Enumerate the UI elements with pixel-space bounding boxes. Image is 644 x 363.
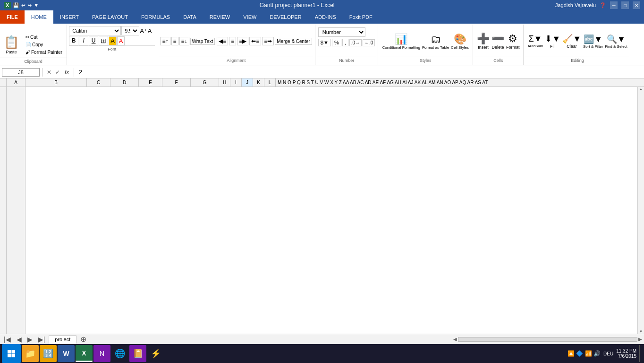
tab-file[interactable]: FILE bbox=[0, 10, 25, 24]
border-btn[interactable]: ⊞ bbox=[99, 36, 108, 45]
decrease-font-btn[interactable]: A⁻ bbox=[148, 27, 155, 35]
onenote2-btn[interactable]: 📔 bbox=[129, 345, 146, 362]
font-color-btn[interactable]: A bbox=[117, 36, 125, 45]
formula-input[interactable] bbox=[77, 68, 642, 77]
cut-button[interactable]: ✂Cut bbox=[24, 34, 64, 40]
increase-font-btn[interactable]: A⁺ bbox=[140, 27, 147, 35]
wrap-text-btn[interactable]: Wrap Text bbox=[190, 38, 215, 45]
col-header-D[interactable]: D bbox=[110, 78, 139, 86]
clear-btn[interactable]: 🧹▼ Clear bbox=[562, 34, 581, 49]
col-headers-rest: M N O P Q R S T U V W X Y Z AA AB AC AD … bbox=[276, 78, 644, 86]
cell-styles-btn[interactable]: 🎨 Cell Styles bbox=[451, 33, 469, 50]
quick-access-more[interactable]: ▼ bbox=[34, 2, 39, 8]
sheet-nav-next[interactable]: ▶ bbox=[25, 336, 34, 343]
col-header-H[interactable]: H bbox=[219, 78, 230, 86]
tab-home[interactable]: HOME bbox=[25, 10, 53, 24]
format-cells-btn[interactable]: ⚙ Format bbox=[506, 33, 520, 50]
col-header-L[interactable]: L bbox=[264, 78, 276, 86]
find-select-btn[interactable]: 🔍▼ Find & Select bbox=[605, 34, 627, 49]
restore-btn[interactable]: □ bbox=[621, 1, 629, 9]
svg-rect-2 bbox=[8, 354, 11, 358]
fill-color-btn[interactable]: A bbox=[109, 36, 117, 45]
excel-taskbar-btn[interactable]: X bbox=[76, 345, 93, 362]
comma-btn[interactable]: , bbox=[342, 39, 348, 46]
quick-access-redo[interactable]: ↪ bbox=[27, 2, 32, 9]
cells-label: Cells bbox=[475, 57, 522, 64]
col-header-F[interactable]: F bbox=[162, 78, 191, 86]
align-bot-btn[interactable]: ≡↓ bbox=[179, 37, 189, 45]
vertical-scrollbar[interactable]: ▲ ▼ bbox=[637, 87, 644, 334]
tab-view[interactable]: VIEW bbox=[237, 10, 263, 24]
align-mid-btn[interactable]: ≡ bbox=[171, 37, 178, 45]
align-left-btn[interactable]: ◀≡ bbox=[217, 37, 228, 45]
help-btn[interactable]: ❓ bbox=[600, 2, 606, 9]
matlab-btn[interactable]: 🔢 bbox=[40, 345, 57, 362]
decimal-inc-btn[interactable]: .0→ bbox=[349, 39, 362, 46]
align-top-btn[interactable]: ≡↑ bbox=[160, 37, 170, 45]
sheet-tab-project[interactable]: project bbox=[49, 335, 76, 344]
quick-access-undo[interactable]: ↩ bbox=[21, 2, 25, 9]
horizontal-scrollbar[interactable]: ◀ ▶ bbox=[453, 337, 642, 342]
bold-button[interactable]: B bbox=[69, 36, 78, 45]
sheet-nav-prev[interactable]: ◀ bbox=[15, 336, 24, 343]
col-header-A[interactable]: A bbox=[7, 78, 25, 86]
sheet-nav-last[interactable]: ▶| bbox=[36, 336, 47, 343]
minimize-btn[interactable]: ─ bbox=[610, 1, 618, 9]
tab-formulas[interactable]: FORMULAS bbox=[135, 10, 177, 24]
autosum-btn[interactable]: Σ▼ AutoSum bbox=[527, 34, 543, 48]
col-header-I[interactable]: I bbox=[230, 78, 242, 86]
col-header-G[interactable]: G bbox=[191, 78, 219, 86]
copy-button[interactable]: 📄Copy bbox=[24, 42, 64, 48]
format-table-btn[interactable]: 🗂 Format as Table bbox=[422, 33, 449, 50]
align-right-btn[interactable]: ≡▶ bbox=[237, 37, 248, 45]
col-header-E[interactable]: E bbox=[139, 78, 162, 86]
indent-inc-btn[interactable]: ≡➡ bbox=[262, 37, 274, 45]
onenote-btn[interactable]: N bbox=[93, 345, 110, 362]
taskbar: 📁 🔢 W X N 🌐 📔 ⚡ 🔼 🔷 📶 🔊 DEU 11:32 PM 7/6… bbox=[0, 344, 644, 363]
cancel-formula-btn[interactable]: ✕ bbox=[46, 68, 52, 77]
sort-filter-btn[interactable]: 🔤▼ Sort & Filter bbox=[583, 34, 603, 49]
tab-developer[interactable]: DEVELOPER bbox=[263, 10, 308, 24]
tab-add-ins[interactable]: ADD-INS bbox=[308, 10, 343, 24]
percent-btn[interactable]: % bbox=[332, 39, 341, 46]
col-header-K[interactable]: K bbox=[253, 78, 264, 86]
delete-cells-btn[interactable]: ➖ Delete bbox=[491, 33, 504, 50]
cell-reference-box[interactable] bbox=[2, 68, 40, 77]
insert-function-btn[interactable]: fx bbox=[63, 69, 71, 76]
conditional-formatting-btn[interactable]: 📊 Conditional Formatting bbox=[382, 33, 420, 50]
tab-review[interactable]: REVIEW bbox=[203, 10, 237, 24]
tab-foxit-pdf[interactable]: Foxit PDF bbox=[343, 10, 379, 24]
font-name-select[interactable]: Calibri bbox=[69, 26, 121, 35]
chrome-btn[interactable]: 🌐 bbox=[111, 345, 128, 362]
underline-button[interactable]: U bbox=[89, 36, 98, 45]
tab-page-layout[interactable]: PAGE LAYOUT bbox=[85, 10, 135, 24]
quick-access-save[interactable]: 💾 bbox=[13, 2, 19, 9]
col-header-B[interactable]: B bbox=[25, 78, 87, 86]
col-header-J[interactable]: J bbox=[242, 78, 253, 86]
format-painter-button[interactable]: 🖌Format Painter bbox=[24, 49, 64, 55]
file-explorer-btn[interactable]: 📁 bbox=[22, 345, 39, 362]
dollar-btn[interactable]: $▼ bbox=[318, 39, 331, 46]
indent-dec-btn[interactable]: ⬅≡ bbox=[249, 37, 261, 45]
add-sheet-btn[interactable]: ⊕ bbox=[78, 335, 88, 344]
tab-data[interactable]: DATA bbox=[177, 10, 203, 24]
sheet-nav-first[interactable]: |◀ bbox=[2, 336, 13, 343]
number-format-select[interactable]: Number General Currency Percentage bbox=[318, 27, 365, 37]
show-desktop-btn[interactable] bbox=[639, 345, 642, 362]
tab-insert[interactable]: INSERT bbox=[53, 10, 85, 24]
col-header-C[interactable]: C bbox=[87, 78, 110, 86]
title-bar-left: X 💾 ↩ ↪ ▼ bbox=[4, 2, 39, 9]
align-center-btn[interactable]: ≡ bbox=[229, 37, 236, 45]
word-btn[interactable]: W bbox=[58, 345, 75, 362]
italic-button[interactable]: I bbox=[79, 36, 88, 45]
confirm-formula-btn[interactable]: ✓ bbox=[54, 68, 61, 77]
fill-btn[interactable]: ⬇▼ Fill bbox=[545, 34, 560, 49]
app-btn[interactable]: ⚡ bbox=[147, 345, 164, 362]
decimal-dec-btn[interactable]: ←.0 bbox=[363, 39, 375, 46]
row-headers-outer bbox=[0, 87, 7, 334]
merge-center-btn[interactable]: Merge & Center bbox=[275, 38, 312, 45]
start-button[interactable] bbox=[2, 344, 21, 363]
close-btn[interactable]: ✕ bbox=[633, 1, 640, 9]
font-size-select[interactable]: 9.5 bbox=[121, 26, 139, 35]
insert-cells-btn[interactable]: ➕ Insert bbox=[477, 33, 490, 50]
